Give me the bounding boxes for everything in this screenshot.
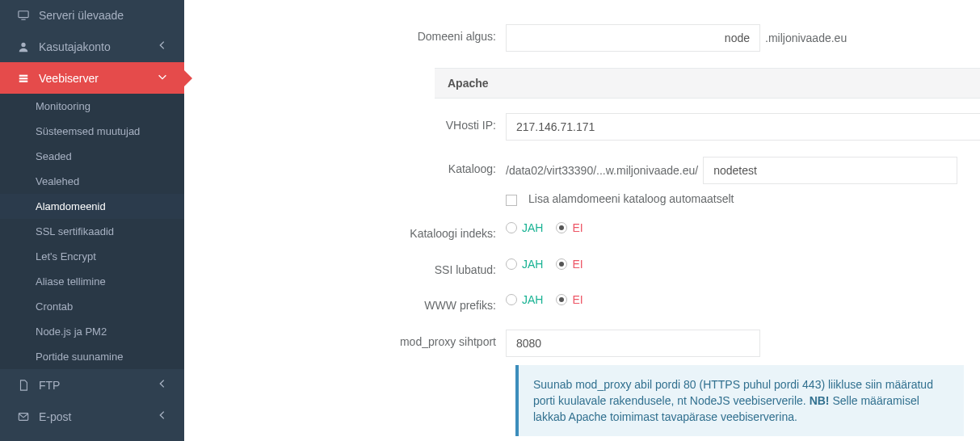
sidebar-item-subdomains[interactable]: Alamdomeenid bbox=[0, 194, 184, 219]
sidebar-item-label: Veebiserver bbox=[39, 72, 99, 85]
mail-icon bbox=[18, 411, 32, 422]
sidebar-item-ftp[interactable]: FTP bbox=[0, 369, 184, 401]
domain-start-label: Domeeni algus: bbox=[184, 24, 506, 44]
auto-catalog-label: Lisa alamdomeeni kataloog automaatselt bbox=[528, 192, 734, 205]
sidebar-item-settings[interactable]: Seaded bbox=[0, 144, 184, 169]
www-prefix-label: WWW prefiks: bbox=[184, 293, 506, 313]
www-prefix-yes[interactable]: JAH bbox=[506, 293, 543, 306]
catalog-path: /data02/virt33390/...w.miljonivaade.eu/ bbox=[506, 164, 698, 177]
catalog-index-yes[interactable]: JAH bbox=[506, 221, 543, 234]
sidebar: Serveri ülevaade Kasutajakonto Veebiserv… bbox=[0, 0, 184, 441]
domain-start-input[interactable] bbox=[506, 24, 760, 52]
sidebar-item-server-overview[interactable]: Serveri ülevaade bbox=[0, 0, 184, 31]
sidebar-item-webserver[interactable]: Veebiserver bbox=[0, 62, 184, 94]
sidebar-item-ssl-certs[interactable]: SSL sertifikaadid bbox=[0, 219, 184, 244]
vhost-ip-label: VHosti IP: bbox=[184, 113, 506, 133]
sidebar-item-lets-encrypt[interactable]: Let's Encrypt bbox=[0, 244, 184, 269]
ssi-no[interactable]: EI bbox=[556, 258, 583, 271]
domain-suffix: .miljonivaade.eu bbox=[765, 32, 847, 44]
user-icon bbox=[18, 41, 32, 52]
chevron-left-icon bbox=[157, 40, 168, 53]
svg-point-2 bbox=[21, 42, 25, 46]
apache-group-header: Apache bbox=[435, 68, 980, 99]
monitor-icon bbox=[18, 10, 32, 21]
info-nb: NB! bbox=[810, 394, 830, 407]
svg-rect-0 bbox=[19, 11, 28, 18]
chevron-down-icon bbox=[157, 71, 168, 85]
sidebar-item-error-pages[interactable]: Vealehed bbox=[0, 169, 184, 194]
svg-rect-3 bbox=[19, 74, 28, 76]
ssi-yes[interactable]: JAH bbox=[506, 258, 543, 271]
sidebar-item-monitoring[interactable]: Monitooring bbox=[0, 94, 184, 119]
catalog-input[interactable] bbox=[703, 157, 957, 184]
catalog-index-label: Kataloogi indeks: bbox=[184, 221, 506, 242]
mod-proxy-port-input[interactable] bbox=[506, 330, 760, 357]
sidebar-item-nodejs-pm2[interactable]: Node.js ja PM2 bbox=[0, 319, 184, 344]
svg-rect-4 bbox=[19, 78, 28, 79]
main-content: Domeeni algus: .miljonivaade.eu Apache V… bbox=[184, 0, 980, 441]
sidebar-item-label: E-post bbox=[39, 410, 71, 423]
sidebar-item-label: Serveri ülevaade bbox=[39, 9, 124, 22]
sidebar-item-user-account[interactable]: Kasutajakonto bbox=[0, 31, 184, 62]
mod-proxy-info: Suunab mod_proxy abil pordi 80 (HTTPS pu… bbox=[515, 365, 964, 437]
chevron-left-icon bbox=[157, 410, 168, 423]
www-prefix-no[interactable]: EI bbox=[556, 293, 583, 306]
sidebar-item-email[interactable]: E-post bbox=[0, 401, 184, 432]
mod-proxy-label: mod_proxy sihtport bbox=[184, 330, 506, 350]
catalog-label: Kataloog: bbox=[184, 157, 506, 177]
sidebar-item-port-forwarding[interactable]: Portide suunamine bbox=[0, 344, 184, 369]
sidebar-submenu-webserver: Monitooring Süsteemsed muutujad Seaded V… bbox=[0, 94, 184, 369]
document-icon bbox=[18, 380, 32, 391]
sidebar-item-alias-order[interactable]: Aliase tellimine bbox=[0, 269, 184, 294]
svg-rect-5 bbox=[19, 80, 28, 82]
vhost-ip-input[interactable] bbox=[506, 113, 980, 141]
sidebar-item-system-vars[interactable]: Süsteemsed muutujad bbox=[0, 119, 184, 144]
sidebar-item-label: FTP bbox=[39, 379, 60, 392]
sidebar-item-crontab[interactable]: Crontab bbox=[0, 294, 184, 319]
catalog-index-no[interactable]: EI bbox=[556, 221, 583, 234]
auto-catalog-checkbox[interactable] bbox=[506, 195, 517, 206]
layers-icon bbox=[18, 73, 32, 84]
chevron-left-icon bbox=[157, 378, 168, 392]
ssi-label: SSI lubatud: bbox=[184, 258, 506, 278]
sidebar-item-label: Kasutajakonto bbox=[39, 40, 111, 53]
